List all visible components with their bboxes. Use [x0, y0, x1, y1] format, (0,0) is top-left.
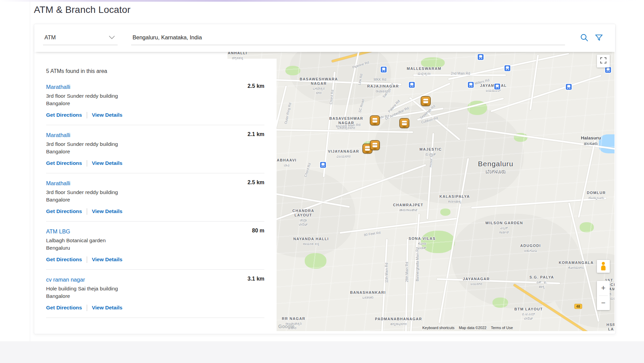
route-48-badge: 48 — [574, 304, 582, 309]
atm-map-marker[interactable] — [400, 119, 409, 128]
content-area: 48 Google Keyboard shortcuts Map data ©2… — [34, 52, 615, 335]
search-bar: ATM — [34, 24, 615, 52]
transit-station-icon — [605, 67, 611, 73]
atm-name-link[interactable]: cv raman nagar — [46, 276, 85, 283]
atm-address-line1: Lalbagh Botanical garden — [46, 237, 264, 244]
transit-station-icon — [566, 84, 572, 90]
transit-station-icon — [494, 84, 500, 90]
fullscreen-button[interactable] — [597, 55, 610, 68]
view-details-link[interactable]: View Details — [92, 111, 122, 119]
view-details-link[interactable]: View Details — [92, 256, 122, 263]
filter-button[interactable] — [591, 31, 606, 45]
view-details-link[interactable]: View Details — [92, 208, 122, 215]
map-data-copyright: Map data ©2022 — [459, 326, 487, 330]
chevron-down-icon — [109, 35, 115, 41]
locator-card: ATM — [34, 24, 616, 334]
atm-result-item: Marathalli 2.1 km 3rd floor Sunder reddy… — [46, 125, 264, 173]
atm-distance: 2.5 km — [247, 83, 264, 89]
transit-station-icon — [409, 82, 415, 88]
link-separator — [87, 112, 87, 118]
transit-station-icon — [478, 54, 483, 60]
page-footer-band — [0, 341, 644, 363]
zoom-control: + − — [597, 281, 610, 310]
atm-map-marker[interactable] — [370, 116, 379, 125]
search-icon — [580, 33, 589, 43]
atm-result-item: Marathalli 2.5 km 3rd floor Sunder reddy… — [46, 77, 264, 125]
results-panel: 5 ATMs found in this area Marathalli 2.5… — [35, 59, 277, 331]
zoom-out-button[interactable]: − — [597, 296, 610, 310]
atm-distance: 2.1 km — [247, 131, 264, 137]
link-separator — [87, 208, 87, 215]
transit-station-icon — [381, 66, 387, 72]
atm-map-marker[interactable] — [370, 141, 379, 150]
atm-address-line2: Bangalore — [46, 292, 264, 300]
transit-station-icon — [468, 82, 474, 88]
filter-icon — [595, 33, 603, 43]
atm-name-link[interactable]: Marathalli — [46, 83, 71, 91]
atm-distance: 3.1 km — [247, 276, 264, 282]
map-attribution: Keyboard shortcuts Map data ©2022 Terms … — [422, 326, 513, 330]
link-separator — [87, 256, 87, 263]
get-directions-link[interactable]: Get Directions — [46, 256, 82, 263]
page-left-divider — [30, 0, 30, 363]
get-directions-link[interactable]: Get Directions — [46, 111, 82, 119]
atm-name-link[interactable]: Marathalli — [46, 179, 71, 187]
atm-address-line2: Bangalore — [46, 196, 264, 204]
location-type-dropdown[interactable]: ATM — [43, 31, 118, 45]
keyboard-shortcuts-link[interactable]: Keyboard shortcuts — [422, 326, 455, 330]
atm-address-line1: Hole building Sai theja building — [46, 285, 264, 292]
zoom-in-button[interactable]: + — [597, 281, 610, 295]
atm-result-item: Marathalli 2.5 km 3rd floor Sunder reddy… — [46, 173, 264, 222]
atm-distance: 80 m — [252, 228, 264, 234]
atm-map-marker[interactable] — [421, 97, 430, 106]
get-directions-link[interactable]: Get Directions — [46, 159, 82, 167]
atm-distance: 2.5 km — [247, 179, 264, 186]
atm-result-item: ATM LBG 80 m Lalbagh Botanical garden Be… — [46, 222, 264, 270]
link-separator — [87, 305, 87, 311]
atm-name-link[interactable]: Marathalli — [46, 131, 71, 139]
atm-address-line2: Bengaluru — [46, 244, 264, 252]
get-directions-link[interactable]: Get Directions — [46, 208, 82, 215]
view-details-link[interactable]: View Details — [92, 159, 122, 167]
terms-of-use-link[interactable]: Terms of Use — [491, 326, 513, 330]
page-title: ATM & Branch Locator — [34, 4, 130, 15]
location-search-input[interactable] — [131, 31, 565, 45]
google-watermark: Google — [278, 324, 295, 329]
map-canvas[interactable]: 48 Google Keyboard shortcuts Map data ©2… — [227, 52, 615, 331]
atm-address-line1: 3rd floor Sunder reddy building — [46, 189, 264, 196]
atm-result-item: cv raman nagar 3.1 km Hole building Sai … — [46, 270, 264, 318]
street-view-pegman-button[interactable] — [597, 260, 610, 273]
fullscreen-icon — [600, 57, 606, 65]
view-details-link[interactable]: View Details — [92, 304, 122, 311]
atm-name-link[interactable]: ATM LBG — [46, 228, 70, 235]
transit-station-icon — [504, 65, 510, 71]
results-summary: 5 ATMs found in this area — [46, 68, 264, 75]
transit-station-icon — [320, 162, 326, 168]
search-button[interactable] — [577, 31, 591, 45]
location-type-value: ATM — [44, 34, 56, 41]
brand-accent-bar — [0, 0, 644, 2]
map-street-grid — [227, 52, 615, 331]
link-separator — [87, 160, 87, 167]
atm-address-line1: 3rd floor Sunder reddy building — [46, 92, 264, 100]
atm-address-line2: Bangalore — [46, 100, 264, 107]
get-directions-link[interactable]: Get Directions — [46, 304, 82, 311]
atm-address-line2: Bangalore — [46, 148, 264, 155]
atm-address-line1: 3rd floor Sunder reddy building — [46, 140, 264, 148]
